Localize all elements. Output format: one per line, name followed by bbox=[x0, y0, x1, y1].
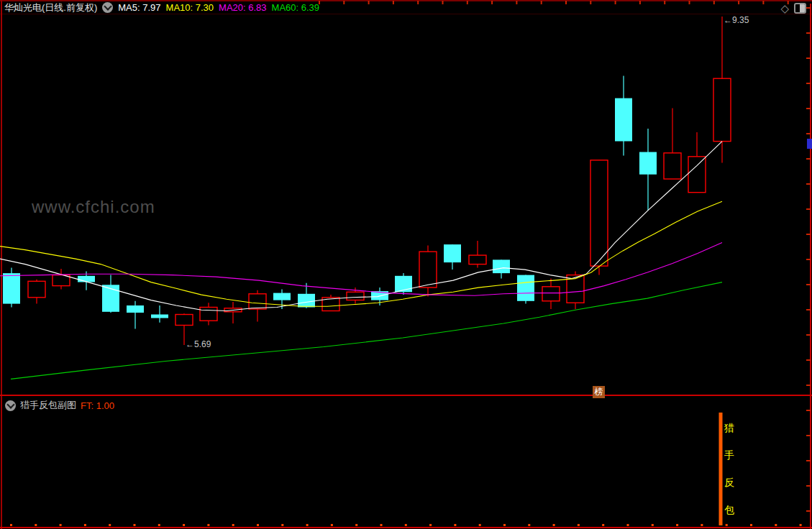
candle-body bbox=[347, 292, 364, 300]
badge-marker[interactable]: 榜 bbox=[593, 386, 605, 398]
candle-body bbox=[493, 259, 510, 273]
candle-body bbox=[664, 153, 681, 179]
subpanel-title: 猎手反包副图 bbox=[20, 399, 76, 412]
candle-body bbox=[249, 294, 266, 309]
ma10-value: MA10: 7.30 bbox=[166, 2, 214, 13]
candle-body bbox=[395, 276, 412, 293]
candle-body bbox=[200, 308, 217, 321]
subpanel-collapse-chevron-icon[interactable] bbox=[5, 400, 16, 411]
candle-body bbox=[639, 152, 657, 175]
candle-body bbox=[127, 305, 144, 313]
stock-chart-window: 华灿光电(日线.前复权) MA5: 7.97 MA10: 7.30 MA20: … bbox=[0, 0, 812, 529]
main-chart-canvas[interactable] bbox=[0, 0, 812, 529]
scrollbar-marker[interactable] bbox=[807, 139, 812, 149]
watermark: www.cfchi.com bbox=[32, 197, 155, 217]
signal-bar bbox=[719, 413, 723, 525]
subpanel-ft-value: FT: 1.00 bbox=[81, 400, 114, 411]
signal-vertical-label: 猎 手 反 包 bbox=[724, 422, 735, 517]
candle-body bbox=[469, 255, 486, 264]
candlesticks[interactable] bbox=[3, 17, 731, 345]
candle-body bbox=[590, 160, 608, 266]
candle-body bbox=[273, 293, 291, 300]
ma60-value: MA60: 6.39 bbox=[272, 2, 320, 13]
candle-body bbox=[517, 275, 534, 301]
candle-body bbox=[542, 287, 560, 301]
high-price-annotation: ←9.35 bbox=[724, 15, 749, 25]
ma20-value: MA20: 6.83 bbox=[219, 2, 267, 13]
chart-frame bbox=[0, 0, 812, 529]
diamond-icon[interactable]: ◇ bbox=[780, 3, 789, 14]
candle-body bbox=[419, 252, 437, 288]
candle-body bbox=[151, 315, 168, 318]
window-controls: ◇ bbox=[780, 3, 806, 14]
candle-body bbox=[444, 244, 461, 262]
candle-body bbox=[713, 78, 731, 141]
ma5-value: MA5: 7.97 bbox=[118, 2, 160, 13]
subpanel-header: 猎手反包副图 FT: 1.00 bbox=[5, 399, 114, 412]
candle-body bbox=[298, 294, 315, 308]
low-price-annotation: ←5.69 bbox=[186, 339, 211, 349]
stock-title: 华灿光电(日线.前复权) bbox=[4, 1, 97, 14]
candle-body bbox=[175, 315, 193, 326]
candle-body bbox=[78, 276, 95, 282]
candle-body bbox=[688, 157, 706, 193]
header-bar: 华灿光电(日线.前复权) MA5: 7.97 MA10: 7.30 MA20: … bbox=[4, 1, 319, 14]
candle-body bbox=[3, 273, 20, 304]
collapse-chevron-icon[interactable] bbox=[102, 2, 113, 13]
candle-body bbox=[28, 281, 45, 298]
candle-body bbox=[615, 98, 632, 142]
panel-split-icon[interactable] bbox=[794, 3, 806, 14]
